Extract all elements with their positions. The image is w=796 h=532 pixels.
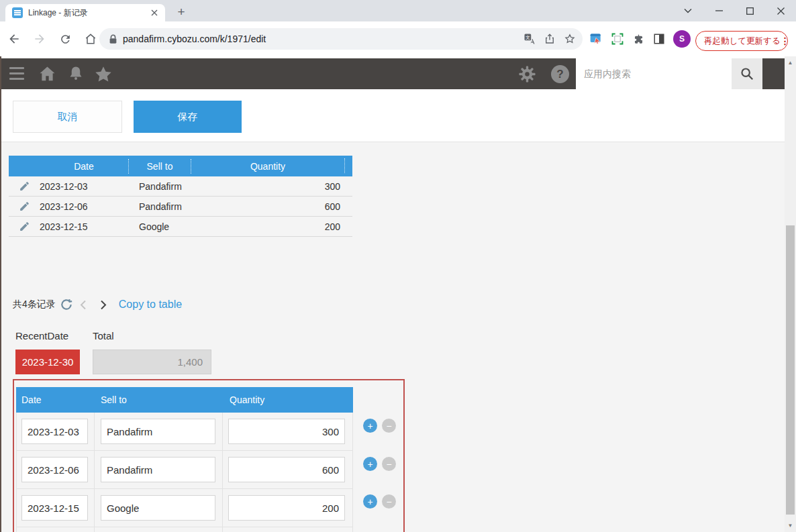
scroll-up-arrow-icon[interactable]: ▲ (785, 58, 796, 68)
tab-title: Linkage - 新记录 (28, 7, 149, 19)
ext-fullpage-screenshot-icon[interactable] (611, 32, 624, 46)
forward-button[interactable] (28, 28, 51, 50)
ext-dark-mode-icon[interactable] (653, 33, 665, 45)
next-page-chevron-icon[interactable] (100, 300, 107, 310)
add-row-button[interactable]: + (363, 457, 377, 471)
search-icon (740, 66, 754, 81)
tab-search-chevron-icon[interactable] (673, 0, 703, 21)
refresh-icon[interactable] (60, 298, 73, 311)
browser-menu-kebab-icon[interactable]: ⋮ (781, 38, 790, 44)
home-button[interactable] (79, 28, 102, 50)
subtable-row (16, 413, 353, 451)
subtable-column-date: Date (16, 394, 95, 405)
svg-text:文: 文 (526, 35, 530, 40)
share-icon[interactable] (544, 33, 556, 45)
sellto-input[interactable] (101, 495, 215, 521)
url-bar[interactable]: pandafirm.cybozu.com/k/1971/edit 文 (99, 28, 583, 50)
extensions-puzzle-icon[interactable] (632, 33, 645, 46)
window-minimize-button[interactable] (703, 0, 734, 21)
save-button[interactable]: 保存 (134, 101, 242, 133)
cell-sellto: Pandafirm (128, 201, 191, 212)
browser-tab[interactable]: Linkage - 新记录 (5, 4, 165, 21)
pagination-bar: 共4条记录 Copy to table (13, 297, 182, 313)
subtable-header: Date Sell to Quantity (16, 387, 353, 413)
back-button[interactable] (3, 28, 26, 50)
in-app-search-input[interactable] (576, 58, 732, 89)
add-row-button[interactable]: + (363, 419, 377, 433)
app-favicon-icon (12, 7, 23, 18)
column-header-date: Date (40, 161, 128, 172)
prev-page-chevron-icon[interactable] (80, 300, 87, 310)
quantity-input[interactable] (228, 419, 345, 444)
remove-row-button[interactable]: − (382, 494, 396, 509)
subtable-highlight-group: Date Sell to Quantity (13, 379, 405, 532)
record-form-area: Date Sell to Quantity 2023-12-03 Pandafi… (1, 142, 786, 532)
sellto-input[interactable] (101, 419, 215, 444)
cancel-button[interactable]: 取消 (13, 101, 122, 133)
profile-avatar[interactable]: S (673, 30, 691, 48)
ext-window-capture-icon[interactable] (589, 32, 603, 46)
record-count-label: 共4条记录 (13, 299, 56, 311)
browser-titlebar: Linkage - 新记录 + (0, 0, 796, 21)
new-tab-button[interactable]: + (172, 3, 191, 21)
app-header: ? (1, 58, 786, 89)
record-action-bar: 取消 保存 (1, 89, 786, 142)
settings-gear-icon[interactable] (517, 64, 537, 87)
cell-quantity: 300 (191, 181, 344, 192)
scrollbar-thumb[interactable] (786, 225, 795, 515)
table-row: 2023-12-15 Google 200 (9, 217, 352, 237)
cell-date: 2023-12-03 (40, 181, 128, 192)
favorites-star-icon[interactable] (93, 64, 114, 88)
subtable-column-quantity: Quantity (223, 394, 353, 405)
edit-pencil-icon[interactable] (19, 201, 30, 212)
date-input[interactable] (21, 419, 88, 444)
sellto-input[interactable] (101, 457, 215, 482)
portal-home-icon[interactable] (37, 64, 58, 87)
cell-date: 2023-12-06 (40, 201, 128, 212)
reload-button[interactable] (54, 28, 77, 50)
subtable: Date Sell to Quantity (16, 387, 353, 532)
remove-row-button[interactable]: − (382, 419, 396, 433)
scroll-down-arrow-icon[interactable]: ▼ (785, 521, 796, 531)
quantity-input[interactable] (228, 457, 345, 482)
edit-pencil-icon[interactable] (19, 180, 30, 192)
recent-date-label: RecentDate (15, 330, 68, 341)
help-icon[interactable]: ? (551, 65, 569, 83)
related-records-table: Date Sell to Quantity 2023-12-03 Pandafi… (9, 156, 352, 237)
search-button[interactable] (732, 58, 762, 89)
relaunch-update-button[interactable]: 再起動して更新する ⋮ (695, 31, 788, 51)
edit-pencil-icon[interactable] (19, 221, 30, 232)
browser-toolbar: pandafirm.cybozu.com/k/1971/edit 文 S 再起動… (0, 21, 796, 56)
hamburger-menu-icon[interactable] (9, 67, 24, 80)
copy-to-table-link[interactable]: Copy to table (119, 299, 182, 311)
total-value: 1,400 (93, 350, 211, 374)
add-row-button[interactable]: + (363, 494, 377, 509)
window-maximize-button[interactable] (734, 0, 765, 21)
subtable-row (16, 451, 353, 489)
column-header-sellto: Sell to (128, 159, 191, 174)
table-row: 2023-12-03 Pandafirm 300 (9, 176, 352, 197)
translate-icon[interactable]: 文 (524, 33, 536, 45)
related-records-header: Date Sell to Quantity (9, 156, 352, 176)
remove-row-button[interactable]: − (382, 457, 396, 471)
relaunch-update-label: 再起動して更新する (704, 36, 781, 47)
window-close-button[interactable] (765, 0, 796, 21)
page-content: ? 取消 保存 Date Sell to Quantity (0, 56, 785, 532)
date-input[interactable] (21, 457, 88, 482)
total-label: Total (93, 330, 114, 341)
tab-close-icon[interactable] (149, 7, 160, 18)
subtable-row (16, 489, 353, 527)
notifications-bell-icon[interactable] (66, 64, 86, 87)
quantity-input[interactable] (228, 495, 345, 521)
cell-sellto: Google (128, 221, 191, 232)
date-input[interactable] (21, 495, 88, 521)
browser-window: Linkage - 新记录 + (0, 0, 796, 532)
vertical-scrollbar[interactable]: ▲ ▼ (785, 56, 796, 532)
cell-quantity: 600 (191, 201, 344, 212)
subtable-row (16, 527, 353, 532)
table-row: 2023-12-06 Pandafirm 600 (9, 197, 352, 217)
lock-icon (109, 34, 117, 44)
bookmark-star-icon[interactable] (564, 33, 576, 45)
cell-date: 2023-12-15 (40, 221, 128, 232)
url-text: pandafirm.cybozu.com/k/1971/edit (123, 34, 524, 44)
